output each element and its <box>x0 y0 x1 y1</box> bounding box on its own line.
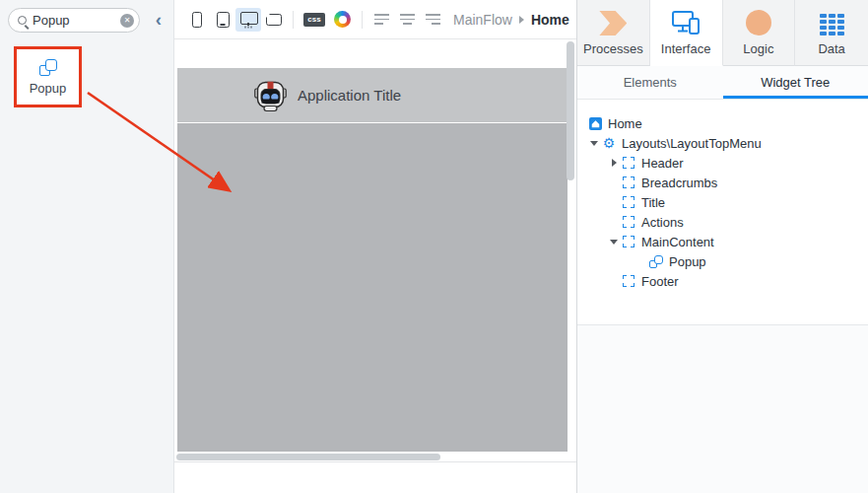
tree-node-maincontent[interactable]: MainContent <box>577 232 868 251</box>
search-icon <box>18 16 27 25</box>
tree-node-label: Header <box>641 156 684 171</box>
expander-slot <box>634 254 648 268</box>
tab-data-label: Data <box>818 41 844 56</box>
align-left-button[interactable] <box>368 8 394 32</box>
align-center-icon <box>400 14 415 25</box>
tree-node-label: Actions <box>641 215 684 230</box>
breadcrumb-flow-link[interactable]: MainFlow <box>453 12 512 28</box>
placeholder-icon <box>621 194 636 210</box>
align-left-icon <box>374 14 389 25</box>
preview-main-content[interactable] <box>177 123 568 452</box>
expander-slot <box>607 215 621 229</box>
canvas-divider <box>174 461 576 462</box>
rotate-device-icon <box>266 14 282 26</box>
webblock-icon: ⚙ <box>601 135 617 151</box>
widget-toolbox-panel: ✕ ‹ Popup <box>0 0 174 493</box>
landscape-preview-button[interactable] <box>261 8 287 32</box>
clear-search-icon[interactable]: ✕ <box>120 14 134 28</box>
expander-slot <box>607 176 621 189</box>
tree-node-label: MainContent <box>641 235 714 249</box>
horizontal-scrollbar[interactable] <box>176 454 440 460</box>
view-tabs: Elements Widget Tree <box>577 66 868 100</box>
tab-logic[interactable]: Logic <box>723 0 796 66</box>
logic-icon <box>746 10 771 35</box>
tree-node-header[interactable]: Header <box>577 153 868 173</box>
tree-node-home[interactable]: Home <box>577 113 868 133</box>
expander-right-icon[interactable] <box>607 156 621 170</box>
tree-node-layout[interactable]: ⚙ Layouts\LayoutTopMenu <box>577 133 868 153</box>
tree-node-footer[interactable]: Footer <box>577 271 868 291</box>
data-icon <box>820 14 844 35</box>
expander-slot <box>607 274 621 288</box>
service-studio-window: ✕ ‹ Popup css <box>0 0 868 493</box>
placeholder-icon <box>621 234 636 249</box>
align-center-button[interactable] <box>394 8 420 32</box>
tree-node-actions[interactable]: Actions <box>577 212 868 232</box>
tree-node-breadcrumbs[interactable]: Breadcrumbs <box>577 173 868 192</box>
align-right-icon <box>426 14 440 25</box>
expander-down-icon[interactable] <box>607 235 621 248</box>
popup-widget-tile[interactable]: Popup <box>14 46 82 107</box>
breadcrumb-page: Home <box>531 12 569 28</box>
processes-icon <box>599 11 627 35</box>
main-nav-tabs: Processes Interface Logic Data <box>577 0 868 66</box>
tablet-preview-button[interactable] <box>210 8 235 32</box>
breadcrumb-separator-icon <box>519 16 524 24</box>
preview-app-header[interactable]: Application Title <box>177 68 568 122</box>
tree-node-title[interactable]: Title <box>577 192 868 212</box>
interface-icon <box>671 10 701 35</box>
tab-data[interactable]: Data <box>795 0 868 66</box>
tree-node-popup[interactable]: Popup <box>577 251 868 271</box>
desktop-icon <box>240 12 256 28</box>
home-page-icon <box>587 115 603 131</box>
tree-node-label: Title <box>641 195 665 210</box>
tab-processes[interactable]: Processes <box>577 0 650 66</box>
toolbar-separator <box>362 11 363 29</box>
layers-panel: Processes Interface Logic Data <box>576 0 868 493</box>
tree-node-label: Footer <box>641 274 679 289</box>
placeholder-icon <box>621 155 636 171</box>
phone-preview-button[interactable] <box>184 8 210 32</box>
app-logo-icon <box>254 77 287 113</box>
design-canvas-panel: css MainFlow Home <box>174 0 576 493</box>
toolbar-separator <box>293 11 294 29</box>
expander-slot <box>607 195 621 209</box>
placeholder-icon <box>621 214 636 230</box>
style-classes-icon[interactable] <box>334 11 351 28</box>
preview-app-title: Application Title <box>298 87 401 104</box>
canvas-toolbar: css MainFlow Home <box>174 0 576 39</box>
tree-node-label: Popup <box>669 254 706 269</box>
breadcrumb: MainFlow Home <box>453 12 569 28</box>
popup-widget-label: Popup <box>30 81 67 96</box>
placeholder-icon <box>621 175 636 190</box>
collapse-panel-button[interactable]: ‹ <box>150 8 167 32</box>
tree-node-label: Home <box>608 116 642 131</box>
tab-processes-label: Processes <box>583 41 643 56</box>
popup-icon <box>648 253 664 269</box>
tab-elements[interactable]: Elements <box>577 66 723 99</box>
tab-widget-tree[interactable]: Widget Tree <box>723 66 868 99</box>
vertical-scrollbar[interactable] <box>567 41 574 180</box>
tree-node-label: Layouts\LayoutTopMenu <box>622 136 762 151</box>
popup-icon <box>39 59 57 76</box>
align-right-button[interactable] <box>420 8 445 32</box>
tab-interface[interactable]: Interface <box>650 0 723 66</box>
widget-search-box[interactable]: ✕ <box>8 8 140 33</box>
css-editor-button[interactable]: css <box>303 13 325 27</box>
desktop-preview-button[interactable] <box>235 8 261 32</box>
tablet-icon <box>217 12 230 28</box>
search-input[interactable] <box>33 13 120 28</box>
expander-down-icon[interactable] <box>587 136 601 150</box>
placeholder-icon <box>621 273 636 289</box>
phone-icon <box>192 12 202 28</box>
tree-node-label: Breadcrumbs <box>641 176 717 190</box>
widget-tree: Home ⚙ Layouts\LayoutTopMenu Header <box>577 100 868 325</box>
tab-interface-label: Interface <box>661 41 711 56</box>
tab-logic-label: Logic <box>743 41 773 56</box>
